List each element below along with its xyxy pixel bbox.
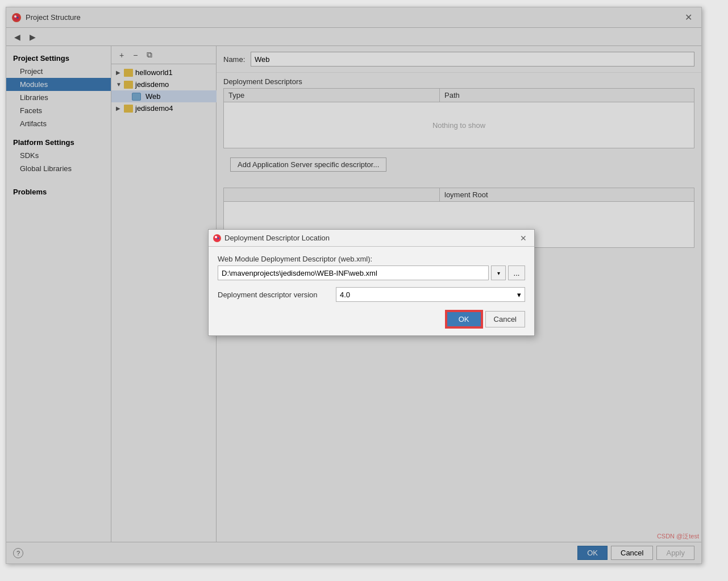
modal-version-label: Deployment descriptor version [218,290,331,299]
modal-dropdown-button[interactable]: ▾ [491,265,506,280]
modal-title: Deployment Descriptor Location [224,234,514,242]
modal-ok-button[interactable]: OK [446,311,482,327]
modal-input-row: ▾ ... [218,265,525,280]
modal-version-value: 4.0 [340,290,350,299]
modal-version-row: Deployment descriptor version 4.0 ▾ [218,287,525,302]
svg-point-3 [214,235,221,242]
modal-overlay: Deployment Descriptor Location ✕ Web Mod… [6,7,701,563]
modal-cancel-button[interactable]: Cancel [485,311,525,327]
modal-web-module-label: Web Module Deployment Descriptor (web.xm… [218,255,525,263]
modal-app-icon [213,234,221,242]
svg-point-5 [218,237,219,239]
modal-close-button[interactable]: ✕ [517,233,530,244]
modal-title-bar: Deployment Descriptor Location ✕ [209,230,534,247]
svg-point-4 [215,236,217,238]
modal-dialog: Deployment Descriptor Location ✕ Web Mod… [208,229,535,336]
modal-browse-button[interactable]: ... [508,265,525,280]
modal-version-arrow: ▾ [517,290,521,299]
modal-version-select[interactable]: 4.0 ▾ [336,287,525,302]
modal-buttons: OK Cancel [218,311,525,327]
main-window: Project Structure ✕ ◀ ▶ Project Settings… [6,7,702,564]
modal-body: Web Module Deployment Descriptor (web.xm… [209,247,534,335]
modal-path-input[interactable] [218,265,489,280]
modal-path-row: Web Module Deployment Descriptor (web.xm… [218,255,525,280]
